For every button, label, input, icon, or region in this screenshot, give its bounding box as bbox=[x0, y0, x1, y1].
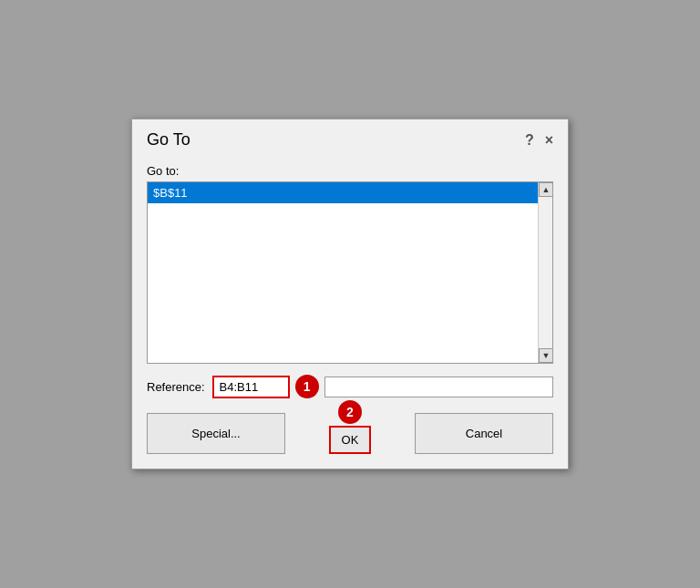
dialog-titlebar: Go To ? × bbox=[132, 119, 568, 157]
ok-button[interactable]: OK bbox=[329, 426, 372, 454]
special-button[interactable]: Special... bbox=[147, 413, 285, 454]
badge-2: 2 bbox=[338, 400, 362, 424]
close-button[interactable]: × bbox=[545, 133, 553, 148]
scroll-up-icon: ▲ bbox=[542, 185, 551, 194]
scroll-down-button[interactable]: ▼ bbox=[539, 348, 553, 363]
goto-list-container: $B$11 ▲ ▼ bbox=[147, 181, 553, 364]
ok-button-container: 2 OK bbox=[293, 413, 407, 454]
goto-label-text: Go to: bbox=[147, 164, 179, 178]
badge-1: 1 bbox=[295, 375, 319, 398]
scroll-up-button[interactable]: ▲ bbox=[539, 182, 553, 197]
dialog-overlay: Go To ? × Go to: $B$11 ▲ ▼ bbox=[0, 0, 700, 588]
reference-label: Reference: bbox=[147, 380, 205, 394]
cancel-button[interactable]: Cancel bbox=[415, 413, 553, 454]
goto-item[interactable]: $B$11 bbox=[148, 182, 538, 203]
dialog-body: Go to: $B$11 ▲ ▼ Reference: bbox=[132, 157, 568, 469]
reference-row: Reference: 1 bbox=[147, 375, 553, 398]
scrollbar: ▲ ▼ bbox=[538, 182, 552, 363]
titlebar-actions: ? × bbox=[525, 132, 553, 149]
reference-input[interactable] bbox=[212, 376, 290, 398]
help-button[interactable]: ? bbox=[525, 132, 534, 149]
dialog-title: Go To bbox=[147, 130, 190, 150]
goto-label: Go to: bbox=[147, 164, 553, 178]
scroll-down-icon: ▼ bbox=[542, 351, 551, 360]
goto-dialog: Go To ? × Go to: $B$11 ▲ ▼ bbox=[131, 119, 569, 469]
dialog-buttons: Special... 2 OK Cancel bbox=[147, 409, 553, 458]
reference-input-wrap: 1 bbox=[212, 375, 553, 398]
reference-extra-input[interactable] bbox=[324, 377, 553, 397]
goto-list: $B$11 bbox=[148, 182, 552, 363]
